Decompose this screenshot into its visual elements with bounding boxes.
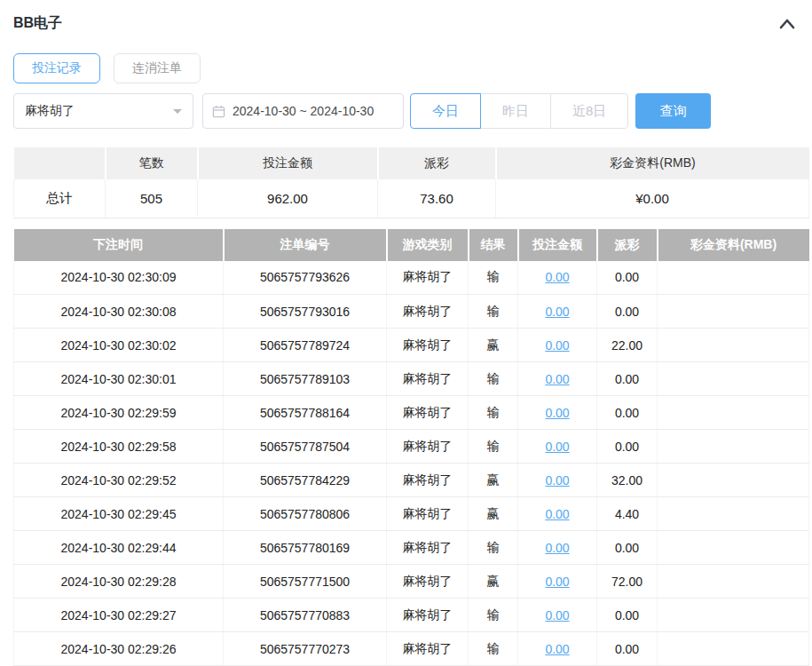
table-row: 2024-10-30 02:30:095065757793626麻将胡了输0.0… bbox=[14, 261, 809, 295]
jackpot-cell bbox=[658, 565, 809, 599]
bet-amount-cell: 0.00 bbox=[518, 396, 597, 430]
bet-amount-link[interactable]: 0.00 bbox=[545, 270, 569, 284]
jackpot-cell bbox=[658, 261, 809, 295]
table-row: 2024-10-30 02:29:275065757770883麻将胡了输0.0… bbox=[14, 599, 809, 632]
bet-amount-link[interactable]: 0.00 bbox=[545, 338, 569, 353]
game-type-cell: 麻将胡了 bbox=[387, 565, 469, 599]
bet-time-cell: 2024-10-30 02:29:44 bbox=[14, 531, 224, 565]
today-button[interactable]: 今日 bbox=[410, 93, 481, 129]
bet-amount-link[interactable]: 0.00 bbox=[545, 305, 569, 319]
query-button[interactable]: 查询 bbox=[635, 93, 711, 129]
records-table-body: 2024-10-30 02:30:095065757793626麻将胡了输0.0… bbox=[14, 261, 809, 666]
payout-cell: 0.00 bbox=[597, 531, 658, 565]
jackpot-cell bbox=[658, 632, 809, 666]
panel-header: BB电子 bbox=[13, 14, 798, 33]
jackpot-cell bbox=[658, 430, 809, 464]
payout-cell: 0.00 bbox=[597, 362, 658, 396]
bet-amount-cell: 0.00 bbox=[518, 329, 597, 362]
table-row: 2024-10-30 02:29:285065757771500麻将胡了赢0.0… bbox=[14, 565, 809, 599]
bet-amount-cell: 0.00 bbox=[518, 497, 597, 531]
date-range-input[interactable]: 2024-10-30 ~ 2024-10-30 bbox=[202, 93, 404, 129]
bet-time-cell: 2024-10-30 02:29:58 bbox=[14, 430, 224, 464]
bet-amount-cell: 0.00 bbox=[518, 261, 597, 295]
calendar-icon bbox=[212, 105, 225, 118]
order-no-cell: 5065757793016 bbox=[224, 295, 387, 329]
table-row: 2024-10-30 02:29:445065757780169麻将胡了输0.0… bbox=[14, 531, 809, 565]
game-type-cell: 麻将胡了 bbox=[387, 295, 469, 329]
payout-cell: 0.00 bbox=[597, 599, 658, 632]
game-type-cell: 麻将胡了 bbox=[387, 464, 469, 497]
order-no-cell: 5065757789724 bbox=[224, 329, 387, 362]
tab-bar: 投注记录 连消注单 bbox=[13, 53, 808, 83]
bet-amount-link[interactable]: 0.00 bbox=[545, 372, 569, 386]
summary-header-jackpot: 彩金资料(RMB) bbox=[496, 147, 809, 179]
result-cell: 输 bbox=[469, 531, 518, 565]
records-header-game-type: 游戏类别 bbox=[387, 229, 469, 261]
result-cell: 赢 bbox=[469, 464, 518, 497]
summary-header-empty bbox=[14, 147, 106, 179]
bet-amount-link[interactable]: 0.00 bbox=[545, 440, 569, 454]
summary-total-payout: 73.60 bbox=[378, 179, 496, 218]
order-no-cell: 5065757789103 bbox=[224, 362, 387, 396]
chevron-up-icon bbox=[778, 20, 796, 33]
bet-amount-link[interactable]: 0.00 bbox=[545, 473, 569, 488]
bet-time-cell: 2024-10-30 02:29:59 bbox=[14, 396, 224, 430]
result-cell: 输 bbox=[469, 430, 518, 464]
table-row: 2024-10-30 02:29:525065757784229麻将胡了赢0.0… bbox=[14, 464, 809, 497]
order-no-cell: 5065757780806 bbox=[224, 497, 387, 531]
tab-betting-records[interactable]: 投注记录 bbox=[13, 53, 100, 83]
payout-cell: 0.00 bbox=[597, 295, 658, 329]
summary-header-payout: 派彩 bbox=[378, 147, 496, 179]
bet-amount-link[interactable]: 0.00 bbox=[545, 507, 569, 521]
payout-cell: 22.00 bbox=[597, 329, 658, 362]
bet-time-cell: 2024-10-30 02:29:28 bbox=[14, 565, 224, 599]
result-cell: 输 bbox=[469, 396, 518, 430]
bet-amount-link[interactable]: 0.00 bbox=[545, 642, 569, 656]
game-type-cell: 麻将胡了 bbox=[387, 632, 469, 666]
bet-time-cell: 2024-10-30 02:30:09 bbox=[14, 261, 224, 295]
bet-amount-link[interactable]: 0.00 bbox=[545, 608, 569, 622]
order-no-cell: 5065757770883 bbox=[224, 599, 387, 632]
summary-total-label: 总计 bbox=[14, 179, 106, 218]
bet-amount-link[interactable]: 0.00 bbox=[545, 541, 569, 555]
summary-header-row: 笔数 投注金额 派彩 彩金资料(RMB) bbox=[14, 147, 809, 179]
date-range-value: 2024-10-30 ~ 2024-10-30 bbox=[233, 104, 374, 118]
summary-table: 笔数 投注金额 派彩 彩金资料(RMB) 总计 505 962.00 73.60… bbox=[13, 147, 809, 218]
game-type-cell: 麻将胡了 bbox=[387, 430, 469, 464]
chevron-down-icon bbox=[173, 109, 182, 114]
game-type-cell: 麻将胡了 bbox=[387, 261, 469, 295]
table-row: 2024-10-30 02:30:015065757789103麻将胡了输0.0… bbox=[14, 362, 809, 396]
quick-date-group: 今日 昨日 近8日 bbox=[410, 93, 628, 129]
game-type-cell: 麻将胡了 bbox=[387, 329, 469, 362]
game-type-select[interactable]: 麻将胡了 bbox=[13, 93, 193, 129]
records-table: 下注时间 注单编号 游戏类别 结果 投注金额 派彩 彩金资料(RMB) 2024… bbox=[13, 229, 809, 666]
order-no-cell: 5065757793626 bbox=[224, 261, 387, 295]
jackpot-cell bbox=[658, 464, 809, 497]
summary-total-row: 总计 505 962.00 73.60 ¥0.00 bbox=[14, 179, 809, 218]
bet-amount-cell: 0.00 bbox=[518, 599, 597, 632]
bet-time-cell: 2024-10-30 02:30:02 bbox=[14, 329, 224, 362]
result-cell: 输 bbox=[469, 362, 518, 396]
tab-label: 连消注单 bbox=[132, 60, 182, 76]
game-type-cell: 麻将胡了 bbox=[387, 362, 469, 396]
last-8-days-button[interactable]: 近8日 bbox=[550, 93, 628, 129]
bet-amount-cell: 0.00 bbox=[518, 632, 597, 666]
result-cell: 赢 bbox=[469, 329, 518, 362]
payout-cell: 0.00 bbox=[597, 396, 658, 430]
table-row: 2024-10-30 02:29:595065757788164麻将胡了输0.0… bbox=[14, 396, 809, 430]
bet-amount-cell: 0.00 bbox=[518, 565, 597, 599]
table-row: 2024-10-30 02:30:025065757789724麻将胡了赢0.0… bbox=[14, 329, 809, 362]
records-header-payout: 派彩 bbox=[597, 229, 658, 261]
collapse-button[interactable] bbox=[777, 16, 798, 32]
yesterday-button[interactable]: 昨日 bbox=[480, 93, 551, 129]
payout-cell: 0.00 bbox=[597, 430, 658, 464]
result-cell: 输 bbox=[469, 599, 518, 632]
jackpot-cell bbox=[658, 396, 809, 430]
bet-amount-link[interactable]: 0.00 bbox=[545, 575, 569, 589]
order-no-cell: 5065757770273 bbox=[224, 632, 387, 666]
payout-cell: 0.00 bbox=[597, 632, 658, 666]
tab-cancelled-orders[interactable]: 连消注单 bbox=[114, 53, 201, 83]
bet-amount-link[interactable]: 0.00 bbox=[545, 406, 569, 420]
payout-cell: 4.40 bbox=[597, 497, 658, 531]
page-title: BB电子 bbox=[13, 14, 62, 33]
